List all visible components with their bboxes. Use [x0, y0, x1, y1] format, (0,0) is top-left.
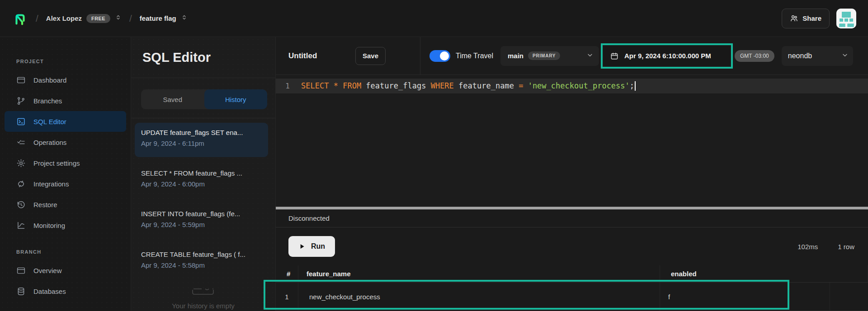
query-row-count: 1 row	[838, 243, 854, 251]
run-button[interactable]: Run	[288, 236, 335, 257]
dashboard-icon	[16, 75, 26, 85]
toggle-knob	[440, 51, 449, 60]
sidebar-item-operations[interactable]: Operations	[5, 132, 126, 153]
sidebar-item-label: Project settings	[33, 159, 80, 167]
results-table-header: #feature_nameenabled	[276, 265, 868, 283]
sql-token: feature_name	[454, 81, 519, 90]
database-select-value: neondb	[788, 52, 812, 60]
operations-icon	[16, 137, 26, 147]
branches-icon	[16, 96, 26, 106]
sidebar-item-label: SQL Editor	[33, 118, 66, 125]
tab-history[interactable]: History	[204, 89, 268, 109]
timezone-badge: GMT -03:00	[735, 50, 774, 62]
sidebar-item-project-settings[interactable]: Project settings	[5, 153, 126, 173]
code-line-1[interactable]: 1 SELECT * FROM feature_flags WHERE feat…	[276, 79, 868, 93]
share-button[interactable]: Share	[782, 9, 830, 28]
sql-token: =	[519, 81, 523, 90]
editor-pane: Untitled Save Time Travel main PRIMARY	[276, 37, 868, 311]
text-cursor	[635, 81, 636, 91]
history-item[interactable]: UPDATE feature_flags SET ena... Apr 9, 2…	[135, 123, 268, 157]
history-item[interactable]: INSERT INTO feature_flags (fe... Apr 9, …	[135, 204, 268, 238]
time-travel-datetime-value: Apr 9, 2024 6:10:00.000 PM	[624, 52, 711, 60]
sql-editor-panel: SQL Editor SavedHistory UPDATE feature_f…	[131, 37, 276, 311]
time-travel-toggle[interactable]	[429, 50, 450, 62]
sidebar-item-label: Integrations	[33, 180, 69, 188]
sidebar-item-restore[interactable]: Restore	[5, 194, 126, 215]
sidebar-item-branches[interactable]: Branches	[5, 90, 126, 111]
sidebar-item-label: Operations	[33, 139, 66, 146]
sidebar-section-branch: BRANCH	[16, 249, 131, 255]
query-duration: 102ms	[797, 243, 818, 251]
empty-box-icon	[189, 285, 218, 299]
sidebar-item-sql-editor[interactable]: SQL Editor	[5, 111, 126, 132]
sql-token	[338, 81, 343, 90]
sidebar-item-label: Overview	[33, 267, 62, 274]
sql-token	[523, 81, 528, 90]
gear-icon	[16, 158, 26, 168]
sidebar-item-label: Restore	[33, 201, 57, 209]
neon-logo-icon[interactable]	[12, 10, 28, 27]
time-travel-label: Time Travel	[456, 52, 493, 60]
breadcrumb-org[interactable]: Alex Lopez FREE	[46, 14, 122, 23]
avatar[interactable]	[836, 9, 856, 28]
sidebar-branch-list: Overview Databases	[0, 260, 131, 302]
results-table-body: 1new_checkout_processf	[276, 283, 868, 311]
line-number: 1	[276, 82, 296, 90]
restore-icon	[16, 200, 26, 209]
top-bar: / Alex Lopez FREE / feature flag Share	[0, 0, 868, 37]
sql-code-editor[interactable]: 1 SELECT * FROM feature_flags WHERE feat…	[276, 75, 868, 207]
saved-history-tabs: SavedHistory	[141, 89, 267, 109]
play-icon	[298, 243, 306, 250]
history-empty-state: Your history is empty	[131, 285, 275, 310]
sql-token: FROM	[343, 81, 361, 90]
branch-select-value: main	[508, 52, 524, 60]
sql-token: ;	[630, 81, 634, 90]
editor-toolbar: Untitled Save Time Travel main PRIMARY	[276, 37, 868, 75]
chevron-up-down-icon[interactable]	[181, 14, 188, 23]
sidebar-item-overview[interactable]: Overview	[5, 260, 126, 281]
query-stats: 102ms 1 row	[797, 243, 854, 251]
sql-token: WHERE	[431, 81, 454, 90]
history-item-date: Apr 9, 2024 - 5:59pm	[141, 221, 262, 228]
table-row[interactable]: 1new_checkout_processf	[276, 283, 868, 311]
editor-toolbar-left: Untitled Save	[276, 37, 420, 74]
query-title: Untitled	[288, 51, 317, 60]
sidebar-item-dashboard[interactable]: Dashboard	[5, 70, 126, 90]
panel-header: SQL Editor	[131, 37, 275, 78]
save-button[interactable]: Save	[355, 47, 386, 65]
sidebar-item-databases[interactable]: Databases	[5, 281, 126, 302]
history-item-date: Apr 9, 2024 - 5:58pm	[141, 261, 262, 269]
history-list: UPDATE feature_flags SET ena... Apr 9, 2…	[131, 118, 275, 279]
sidebar-item-integrations[interactable]: Integrations	[5, 173, 126, 194]
chevron-down-icon	[841, 51, 849, 60]
plan-badge: FREE	[86, 14, 110, 23]
breadcrumb-project[interactable]: feature flag	[140, 14, 188, 23]
breadcrumb-separator: /	[35, 13, 39, 24]
editor-toolbar-right: Time Travel main PRIMARY Apr	[420, 37, 868, 74]
history-item-date: Apr 9, 2024 - 6:11pm	[141, 139, 262, 147]
history-item[interactable]: SELECT * FROM feature_flags ... Apr 9, 2…	[135, 163, 268, 198]
tabs-block: SavedHistory	[131, 78, 275, 118]
sql-token: *	[334, 81, 338, 90]
primary-badge: PRIMARY	[528, 51, 560, 60]
history-item-date: Apr 9, 2024 - 6:00pm	[141, 180, 262, 188]
annotation-highlight-time-travel: Apr 9, 2024 6:10:00.000 PM	[601, 43, 733, 69]
sidebar-item-monitoring[interactable]: Monitoring	[5, 215, 126, 236]
sql-token: SELECT	[301, 81, 329, 90]
chevron-up-down-icon[interactable]	[115, 14, 122, 23]
history-item-query: SELECT * FROM feature_flags ...	[141, 169, 262, 177]
org-name: Alex Lopez	[46, 14, 82, 22]
tab-saved[interactable]: Saved	[141, 89, 204, 109]
sql-tokens: SELECT * FROM feature_flags WHERE featur…	[301, 81, 634, 90]
neon-console-app: / Alex Lopez FREE / feature flag Share	[0, 0, 868, 311]
panel-title: SQL Editor	[142, 50, 211, 65]
chevron-down-icon	[586, 51, 594, 60]
history-empty-text: Your history is empty	[131, 302, 275, 310]
time-travel-datetime-button[interactable]: Apr 9, 2024 6:10:00.000 PM	[604, 46, 730, 66]
sql-token	[329, 81, 333, 90]
history-item[interactable]: CREATE TABLE feature_flags ( f... Apr 9,…	[135, 245, 268, 279]
sidebar-item-label: Dashboard	[33, 76, 66, 84]
branch-select[interactable]: main PRIMARY	[500, 46, 599, 66]
database-select[interactable]: neondb	[782, 46, 853, 66]
connection-status: Disconnected	[288, 214, 330, 222]
